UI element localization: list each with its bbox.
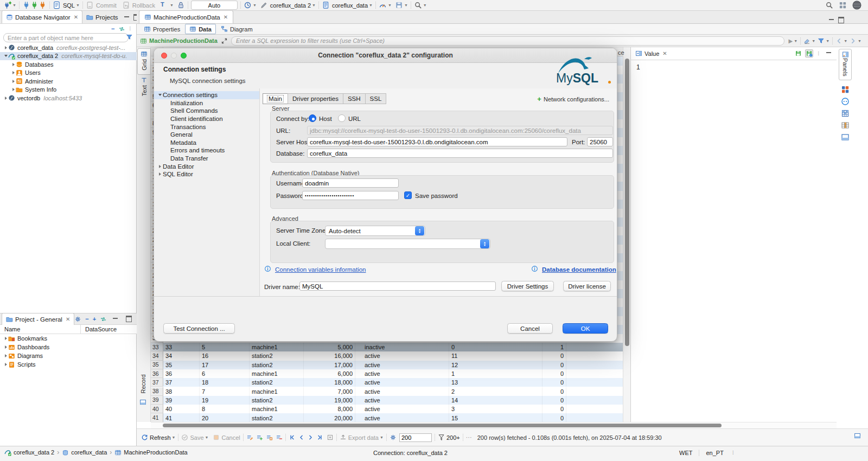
network-configurations-link[interactable]: + Network configurations... bbox=[537, 95, 609, 103]
panels-toggle-button[interactable]: Panels bbox=[839, 49, 852, 80]
close-icon[interactable]: ✕ bbox=[66, 316, 70, 322]
table-cell[interactable]: 0 bbox=[542, 405, 566, 413]
save-value-auto-icon[interactable] bbox=[805, 49, 813, 57]
driver-settings-button[interactable]: Driver Settings bbox=[501, 281, 554, 291]
table-cell[interactable]: 0 bbox=[542, 351, 566, 360]
host-radio[interactable] bbox=[309, 114, 316, 122]
row-number[interactable]: 36 bbox=[151, 369, 163, 378]
sidebar-item-administer[interactable]: Administer bbox=[0, 77, 137, 86]
table-cell[interactable]: 39 bbox=[163, 396, 200, 405]
copy-row-icon[interactable] bbox=[266, 434, 273, 441]
link-with-editor-icon[interactable] bbox=[118, 25, 125, 33]
local-client-select[interactable]: ▲▼ bbox=[325, 239, 490, 249]
commit-icon[interactable] bbox=[86, 1, 94, 9]
commit-label[interactable]: Commit bbox=[96, 2, 117, 9]
filter-save-icon[interactable] bbox=[818, 37, 825, 44]
dialog-tree-item-data-editor[interactable]: Data Editor bbox=[154, 162, 259, 170]
disconnect-icon[interactable] bbox=[39, 1, 47, 9]
refresh-label[interactable]: Refresh bbox=[150, 434, 171, 441]
next-row-icon[interactable] bbox=[307, 434, 314, 441]
tab-value[interactable]: Value bbox=[644, 50, 659, 57]
table-cell[interactable]: 18 bbox=[200, 378, 250, 387]
zoom-traffic-light[interactable] bbox=[181, 53, 187, 59]
table-row[interactable]: 414120station220,000active150 bbox=[151, 413, 630, 422]
rollback-icon[interactable] bbox=[122, 1, 130, 9]
object-search-input[interactable]: Enter a part of object name here bbox=[3, 33, 129, 42]
aggregate-panel-icon[interactable] bbox=[841, 109, 850, 118]
dashboard-icon[interactable] bbox=[379, 1, 387, 9]
close-icon[interactable]: ✕ bbox=[662, 50, 667, 56]
vertical-scrollbar[interactable] bbox=[623, 47, 630, 422]
table-cell[interactable]: 35 bbox=[163, 361, 200, 369]
table-cell[interactable]: 6 bbox=[200, 369, 250, 378]
table-cell[interactable]: station2 bbox=[250, 396, 304, 405]
table-cell[interactable]: machine1 bbox=[250, 387, 304, 396]
collapse-icon[interactable]: − bbox=[85, 316, 88, 322]
table-cell[interactable]: 5,000 bbox=[304, 343, 355, 351]
user-avatar[interactable] bbox=[852, 1, 861, 10]
table-cell[interactable]: station2 bbox=[250, 361, 304, 369]
sidebar-item-databases[interactable]: Databases bbox=[0, 60, 137, 69]
fetch-size-input[interactable] bbox=[399, 433, 432, 442]
save-icon[interactable] bbox=[181, 434, 188, 441]
minimize-icon[interactable] bbox=[124, 16, 129, 19]
tab-database-navigator[interactable]: Database Navigator ✕ bbox=[2, 10, 82, 23]
fetch-settings-icon[interactable] bbox=[390, 434, 397, 441]
table-cell[interactable]: station2 bbox=[250, 378, 304, 387]
column-header-fragment[interactable]: ce bbox=[618, 49, 624, 56]
test-connection-button[interactable]: Test Connection ... bbox=[163, 323, 235, 334]
sidebar-item-coreflux-data[interactable]: coreflux_datacoreflux-postgresql-test-..… bbox=[0, 43, 137, 52]
nav-back-icon[interactable] bbox=[835, 37, 843, 44]
table-cell[interactable]: inactive bbox=[360, 343, 449, 351]
table-cell[interactable]: 6,000 bbox=[304, 369, 355, 378]
table-cell[interactable]: 36 bbox=[163, 369, 200, 378]
autocommit-lock-icon[interactable] bbox=[177, 1, 185, 9]
sidebar-item-coreflux-data-2[interactable]: coreflux_data 2coreflux-mysql-test-do-u. bbox=[0, 52, 137, 61]
database-field[interactable] bbox=[307, 149, 613, 158]
minimize-traffic-light[interactable] bbox=[171, 53, 177, 59]
driver-name-field[interactable] bbox=[299, 281, 496, 291]
table-cell[interactable]: active bbox=[360, 405, 449, 413]
breadcrumb-item[interactable]: coreflux_data 2 bbox=[4, 449, 54, 456]
global-search-icon[interactable] bbox=[825, 1, 833, 9]
layout-toggle-icon[interactable] bbox=[854, 432, 861, 439]
table-row[interactable]: 36366machine16,000active10 bbox=[151, 369, 630, 378]
calc-panel-icon[interactable] bbox=[841, 97, 850, 106]
dialog-tree-item-transactions[interactable]: Transactions bbox=[154, 123, 259, 131]
url-radio[interactable] bbox=[338, 114, 346, 122]
timezone-select[interactable]: Auto-detect ▲▼ bbox=[325, 226, 425, 236]
close-icon[interactable]: ✕ bbox=[224, 14, 228, 20]
close-traffic-light[interactable] bbox=[161, 53, 167, 59]
table-cell[interactable]: active bbox=[360, 413, 449, 422]
table-cell[interactable]: 38 bbox=[163, 387, 200, 396]
collapse-all-icon[interactable]: − bbox=[111, 25, 114, 32]
dialog-tab-ssh[interactable]: SSH bbox=[343, 93, 366, 104]
table-cell[interactable]: 7 bbox=[200, 387, 250, 396]
tab-project-general[interactable]: Project - General ✕ bbox=[2, 313, 74, 325]
row-number[interactable]: 41 bbox=[151, 413, 163, 422]
table-cell[interactable]: 37 bbox=[163, 378, 200, 387]
sql-editor-label[interactable]: SQL bbox=[63, 2, 75, 9]
table-cell[interactable]: active bbox=[360, 351, 449, 360]
add-row-icon[interactable] bbox=[256, 434, 263, 441]
scrollbar-thumb[interactable] bbox=[625, 59, 629, 346]
row-number[interactable]: 35 bbox=[151, 361, 163, 369]
clear-filter-icon[interactable] bbox=[803, 37, 810, 44]
column-name[interactable]: Name bbox=[0, 326, 80, 332]
locale-label[interactable]: en_PT bbox=[699, 450, 730, 456]
fetch-more-label[interactable]: 200+ bbox=[446, 434, 460, 441]
dialog-tree-item-connection-settings[interactable]: Connection settings bbox=[154, 91, 259, 99]
table-cell[interactable]: machine1 bbox=[250, 369, 304, 378]
cancel-button[interactable]: Cancel bbox=[507, 323, 553, 334]
table-row[interactable]: 40408machine18,000active30 bbox=[151, 405, 630, 413]
connection-variables-link[interactable]: Connection variables information bbox=[275, 266, 366, 273]
table-cell[interactable]: 18,000 bbox=[304, 378, 355, 387]
table-cell[interactable]: 19,000 bbox=[304, 396, 355, 405]
link-icon[interactable] bbox=[100, 316, 107, 323]
table-cell[interactable]: 33 bbox=[163, 343, 200, 351]
rollback-label[interactable]: Rollback bbox=[132, 2, 155, 9]
url-radio-label[interactable]: URL bbox=[348, 116, 361, 122]
overflow-dots[interactable]: ⋯ bbox=[466, 434, 472, 441]
table-row[interactable]: 343416station216,000active110 bbox=[151, 351, 630, 360]
table-cell[interactable]: 14 bbox=[449, 396, 542, 405]
